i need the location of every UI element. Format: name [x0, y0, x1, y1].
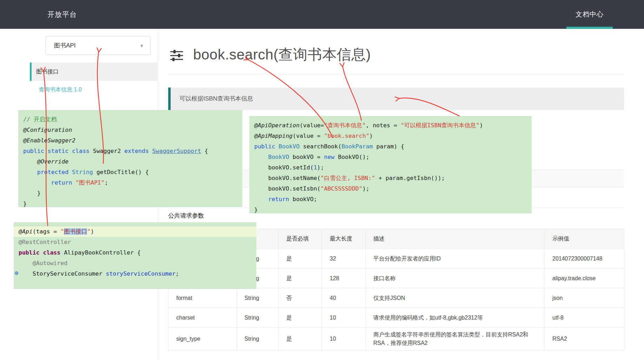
- table-header-cell: 描述: [366, 229, 545, 249]
- table-cell: charset: [169, 308, 237, 328]
- table-cell: 10: [322, 328, 366, 351]
- table-cell: String: [237, 328, 278, 351]
- code-line: @Api(tags = "图书接口"): [14, 226, 256, 237]
- code-line: return bookVO;: [254, 194, 527, 205]
- top-navbar: 开放平台 文档中心: [0, 0, 644, 29]
- nav-item-doc-center[interactable]: 文档中心: [566, 0, 613, 29]
- table-header-cell: 示例值: [545, 229, 624, 249]
- table-cell: RSA2: [545, 328, 624, 351]
- code-line: BookVO bookVO = new BookVO();: [254, 152, 527, 162]
- sidebar-item-label: 图书接口: [36, 69, 59, 75]
- table-cell: String: [237, 288, 278, 308]
- code-line: public BookVO searchBook(BookParam param…: [254, 141, 527, 152]
- code-line: @ApiOperation(value="查询书本信息", notes = "可…: [254, 120, 527, 131]
- code-line: }: [23, 199, 237, 209]
- code-line: bookVO.setIsbn("ABCSSSSDDD");: [254, 184, 527, 194]
- code-snippet-api-method: @ApiOperation(value="查询书本信息", notes = "可…: [249, 116, 532, 213]
- table-cell: 是: [278, 308, 322, 328]
- code-line: @ApiMapping(value = "book.search"): [254, 131, 527, 141]
- table-cell: 接口名称: [366, 269, 545, 288]
- table-header-cell: 最大长度: [322, 229, 366, 249]
- table-cell: json: [545, 288, 624, 308]
- table-cell: String: [237, 308, 278, 328]
- table-cell: format: [169, 288, 237, 308]
- code-line: return "图书API";: [23, 178, 237, 188]
- code-line: @Autowired: [19, 258, 251, 269]
- section-heading: 公共请求参数: [168, 212, 204, 220]
- code-snippet-swagger-config: // 开启文档@Configuration@EnableSwagger2publ…: [18, 110, 242, 207]
- code-line: @Override: [23, 156, 237, 167]
- active-tab-indicator: [566, 27, 613, 29]
- table-cell: 40: [322, 288, 366, 308]
- table-cell: 32: [322, 249, 366, 269]
- table-cell: 商户生成签名字符串所使用的签名算法类型，目前支持RSA2和RSA，推荐使用RSA…: [366, 328, 545, 351]
- code-line: // 开启文档: [23, 114, 237, 125]
- code-line: @EnableSwagger2: [23, 135, 237, 146]
- table-cell: alipay.trade.close: [545, 269, 624, 288]
- table-cell: 128: [322, 269, 366, 288]
- sidebar-item-book-group[interactable]: 图书接口: [30, 63, 158, 81]
- code-snippet-controller: @Api(tags = "图书接口")@RestControllerpublic…: [14, 222, 256, 289]
- table-cell: 是: [278, 249, 322, 269]
- api-select-dropdown[interactable]: 图书API ▼: [45, 36, 151, 55]
- table-cell: 仅支持JSON: [366, 288, 545, 308]
- brand-title[interactable]: 开放平台: [47, 0, 77, 29]
- code-line: StoryServiceConsumer storyServiceConsume…: [19, 269, 251, 279]
- code-line: @RestController: [19, 237, 251, 248]
- gutter-marker-icon: [15, 271, 18, 275]
- table-cell: 是: [278, 269, 322, 288]
- table-cell: 平台分配给开发者的应用ID: [366, 249, 545, 269]
- code-line: @Configuration: [23, 125, 237, 135]
- sidebar-link-search-book[interactable]: 查询书本信息 1.0: [39, 86, 82, 94]
- title-divider: [168, 74, 624, 75]
- table-cell: 否: [278, 288, 322, 308]
- table-cell: utf-8: [545, 308, 624, 328]
- description-banner: 可以根据ISBN查询书本信息: [168, 88, 624, 110]
- code-line: }: [254, 205, 527, 215]
- code-line: public static class Swagger2 extends Swa…: [23, 146, 237, 156]
- table-cell: sign_type: [169, 328, 237, 351]
- table-row: sign_typeString是10商户生成签名字符串所使用的签名算法类型，目前…: [169, 328, 624, 351]
- api-select-value: 图书API: [54, 42, 75, 49]
- table-row: formatString否40仅支持JSONjson: [169, 288, 624, 308]
- banner-text: 可以根据ISBN查询书本信息: [171, 88, 624, 110]
- table-cell: 2014072300007148: [545, 249, 624, 269]
- sliders-icon: [169, 48, 184, 63]
- table-row: charsetString是10请求使用的编码格式，如utf-8,gbk,gb2…: [169, 308, 624, 328]
- code-line: public class AlipayBookController {: [19, 248, 251, 258]
- table-header-cell: 是否必填: [278, 229, 322, 249]
- table-cell: 是: [278, 328, 322, 351]
- table-cell: 请求使用的编码格式，如utf-8,gbk,gb2312等: [366, 308, 545, 328]
- doc-center-label: 文档中心: [576, 11, 604, 18]
- code-line: }: [23, 188, 237, 199]
- code-line: bookVO.setId(1);: [254, 162, 527, 173]
- table-cell: 10: [322, 308, 366, 328]
- code-line: bookVO.setName("白雪公主, ISBN:" + param.get…: [254, 173, 527, 184]
- code-line: protected String getDocTitle() {: [23, 167, 237, 178]
- page-title: book.search(查询书本信息): [193, 45, 371, 64]
- chevron-down-icon: ▼: [139, 37, 144, 55]
